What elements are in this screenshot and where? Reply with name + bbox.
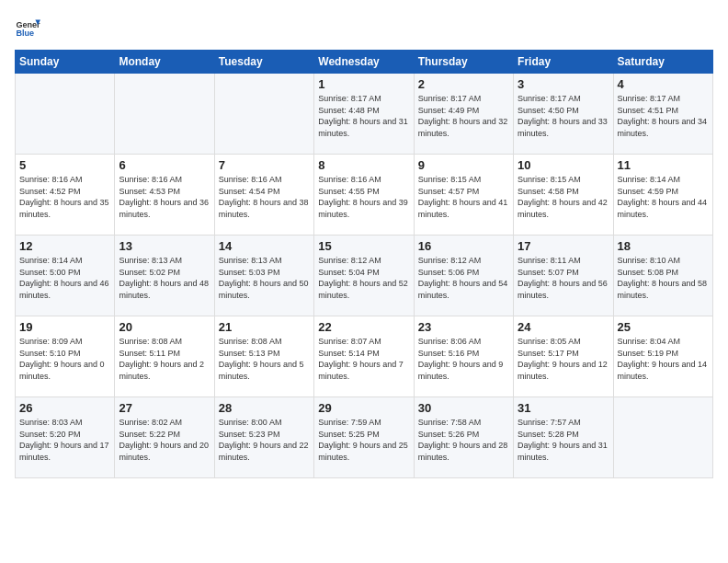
calendar-cell: 3Sunrise: 8:17 AM Sunset: 4:50 PM Daylig…: [514, 74, 613, 155]
day-number: 3: [518, 77, 609, 91]
cell-info: Sunrise: 8:17 AM Sunset: 4:48 PM Dayligh…: [318, 93, 409, 139]
calendar-cell: 16Sunrise: 8:12 AM Sunset: 5:06 PM Dayli…: [414, 236, 513, 316]
day-number: 4: [618, 77, 709, 91]
cell-info: Sunrise: 8:13 AM Sunset: 5:03 PM Dayligh…: [219, 255, 310, 301]
calendar-cell: 20Sunrise: 8:08 AM Sunset: 5:11 PM Dayli…: [115, 316, 214, 397]
calendar-cell: 17Sunrise: 8:11 AM Sunset: 5:07 PM Dayli…: [514, 236, 613, 316]
week-row-5: 26Sunrise: 8:03 AM Sunset: 5:20 PM Dayli…: [16, 397, 713, 478]
cell-info: Sunrise: 8:02 AM Sunset: 5:22 PM Dayligh…: [119, 417, 210, 463]
calendar-cell: 9Sunrise: 8:15 AM Sunset: 4:57 PM Daylig…: [414, 155, 513, 236]
cell-info: Sunrise: 8:06 AM Sunset: 5:16 PM Dayligh…: [418, 336, 509, 382]
cell-info: Sunrise: 8:12 AM Sunset: 5:04 PM Dayligh…: [318, 255, 409, 301]
day-header-wednesday: Wednesday: [314, 51, 414, 74]
day-header-friday: Friday: [514, 51, 613, 74]
day-number: 18: [618, 239, 709, 253]
calendar-cell: 5Sunrise: 8:16 AM Sunset: 4:52 PM Daylig…: [16, 155, 115, 236]
calendar-cell: 12Sunrise: 8:14 AM Sunset: 5:00 PM Dayli…: [16, 236, 115, 316]
day-number: 26: [19, 401, 110, 415]
day-number: 14: [219, 239, 310, 253]
day-number: 7: [219, 158, 310, 172]
day-number: 16: [418, 239, 509, 253]
calendar-cell: 14Sunrise: 8:13 AM Sunset: 5:03 PM Dayli…: [214, 236, 313, 316]
cell-info: Sunrise: 8:17 AM Sunset: 4:50 PM Dayligh…: [518, 93, 609, 139]
calendar-cell: [115, 74, 214, 155]
day-number: 1: [318, 77, 409, 91]
calendar-cell: 26Sunrise: 8:03 AM Sunset: 5:20 PM Dayli…: [16, 397, 115, 478]
day-number: 6: [119, 158, 210, 172]
calendar-cell: 31Sunrise: 7:57 AM Sunset: 5:28 PM Dayli…: [514, 397, 613, 478]
header: General Blue: [15, 15, 713, 40]
cell-info: Sunrise: 7:59 AM Sunset: 5:25 PM Dayligh…: [318, 417, 409, 463]
calendar-cell: 29Sunrise: 7:59 AM Sunset: 5:25 PM Dayli…: [314, 397, 414, 478]
day-number: 13: [119, 239, 210, 253]
calendar-table: SundayMondayTuesdayWednesdayThursdayFrid…: [15, 50, 713, 478]
day-number: 30: [418, 401, 509, 415]
week-row-1: 1Sunrise: 8:17 AM Sunset: 4:48 PM Daylig…: [16, 74, 713, 155]
calendar-cell: [16, 74, 115, 155]
cell-info: Sunrise: 7:57 AM Sunset: 5:28 PM Dayligh…: [518, 417, 609, 463]
day-number: 8: [318, 158, 409, 172]
day-number: 5: [19, 158, 110, 172]
week-row-3: 12Sunrise: 8:14 AM Sunset: 5:00 PM Dayli…: [16, 236, 713, 316]
day-number: 10: [518, 158, 609, 172]
day-number: 2: [418, 77, 509, 91]
calendar-cell: 8Sunrise: 8:16 AM Sunset: 4:55 PM Daylig…: [314, 155, 414, 236]
cell-info: Sunrise: 8:16 AM Sunset: 4:52 PM Dayligh…: [19, 174, 110, 220]
day-number: 12: [19, 239, 110, 253]
cell-info: Sunrise: 8:04 AM Sunset: 5:19 PM Dayligh…: [618, 336, 709, 382]
calendar-cell: 10Sunrise: 8:15 AM Sunset: 4:58 PM Dayli…: [514, 155, 613, 236]
calendar-cell: 25Sunrise: 8:04 AM Sunset: 5:19 PM Dayli…: [613, 316, 712, 397]
cell-info: Sunrise: 8:16 AM Sunset: 4:53 PM Dayligh…: [119, 174, 210, 220]
svg-text:Blue: Blue: [16, 29, 34, 38]
cell-info: Sunrise: 8:00 AM Sunset: 5:23 PM Dayligh…: [219, 417, 310, 463]
cell-info: Sunrise: 8:17 AM Sunset: 4:51 PM Dayligh…: [618, 93, 709, 139]
calendar-cell: 27Sunrise: 8:02 AM Sunset: 5:22 PM Dayli…: [115, 397, 214, 478]
logo-icon: General Blue: [15, 15, 40, 40]
cell-info: Sunrise: 7:58 AM Sunset: 5:26 PM Dayligh…: [418, 417, 509, 463]
calendar-cell: 6Sunrise: 8:16 AM Sunset: 4:53 PM Daylig…: [115, 155, 214, 236]
day-number: 19: [19, 320, 110, 334]
day-number: 21: [219, 320, 310, 334]
calendar-cell: 7Sunrise: 8:16 AM Sunset: 4:54 PM Daylig…: [214, 155, 313, 236]
cell-info: Sunrise: 8:14 AM Sunset: 5:00 PM Dayligh…: [19, 255, 110, 301]
cell-info: Sunrise: 8:05 AM Sunset: 5:17 PM Dayligh…: [518, 336, 609, 382]
cell-info: Sunrise: 8:17 AM Sunset: 4:49 PM Dayligh…: [418, 93, 509, 139]
cell-info: Sunrise: 8:11 AM Sunset: 5:07 PM Dayligh…: [518, 255, 609, 301]
cell-info: Sunrise: 8:15 AM Sunset: 4:58 PM Dayligh…: [518, 174, 609, 220]
day-number: 11: [618, 158, 709, 172]
calendar-cell: [214, 74, 313, 155]
day-number: 20: [119, 320, 210, 334]
calendar-cell: 23Sunrise: 8:06 AM Sunset: 5:16 PM Dayli…: [414, 316, 513, 397]
week-row-4: 19Sunrise: 8:09 AM Sunset: 5:10 PM Dayli…: [16, 316, 713, 397]
calendar-cell: 22Sunrise: 8:07 AM Sunset: 5:14 PM Dayli…: [314, 316, 414, 397]
day-number: 29: [318, 401, 409, 415]
day-number: 31: [518, 401, 609, 415]
day-number: 25: [618, 320, 709, 334]
cell-info: Sunrise: 8:08 AM Sunset: 5:11 PM Dayligh…: [119, 336, 210, 382]
calendar-cell: 21Sunrise: 8:08 AM Sunset: 5:13 PM Dayli…: [214, 316, 313, 397]
day-number: 24: [518, 320, 609, 334]
calendar-cell: 13Sunrise: 8:13 AM Sunset: 5:02 PM Dayli…: [115, 236, 214, 316]
logo: General Blue: [15, 15, 40, 40]
calendar-cell: [613, 397, 712, 478]
calendar-cell: 18Sunrise: 8:10 AM Sunset: 5:08 PM Dayli…: [613, 236, 712, 316]
cell-info: Sunrise: 8:14 AM Sunset: 4:59 PM Dayligh…: [618, 174, 709, 220]
calendar-cell: 11Sunrise: 8:14 AM Sunset: 4:59 PM Dayli…: [613, 155, 712, 236]
calendar-cell: 4Sunrise: 8:17 AM Sunset: 4:51 PM Daylig…: [613, 74, 712, 155]
calendar-header: SundayMondayTuesdayWednesdayThursdayFrid…: [16, 51, 713, 74]
calendar-cell: 1Sunrise: 8:17 AM Sunset: 4:48 PM Daylig…: [314, 74, 414, 155]
calendar-cell: 24Sunrise: 8:05 AM Sunset: 5:17 PM Dayli…: [514, 316, 613, 397]
cell-info: Sunrise: 8:10 AM Sunset: 5:08 PM Dayligh…: [618, 255, 709, 301]
calendar-cell: 30Sunrise: 7:58 AM Sunset: 5:26 PM Dayli…: [414, 397, 513, 478]
day-header-saturday: Saturday: [613, 51, 712, 74]
week-row-2: 5Sunrise: 8:16 AM Sunset: 4:52 PM Daylig…: [16, 155, 713, 236]
cell-info: Sunrise: 8:08 AM Sunset: 5:13 PM Dayligh…: [219, 336, 310, 382]
day-header-monday: Monday: [115, 51, 214, 74]
day-number: 15: [318, 239, 409, 253]
day-header-sunday: Sunday: [16, 51, 115, 74]
cell-info: Sunrise: 8:09 AM Sunset: 5:10 PM Dayligh…: [19, 336, 110, 382]
day-number: 17: [518, 239, 609, 253]
cell-info: Sunrise: 8:15 AM Sunset: 4:57 PM Dayligh…: [418, 174, 509, 220]
calendar-cell: 19Sunrise: 8:09 AM Sunset: 5:10 PM Dayli…: [16, 316, 115, 397]
day-number: 22: [318, 320, 409, 334]
